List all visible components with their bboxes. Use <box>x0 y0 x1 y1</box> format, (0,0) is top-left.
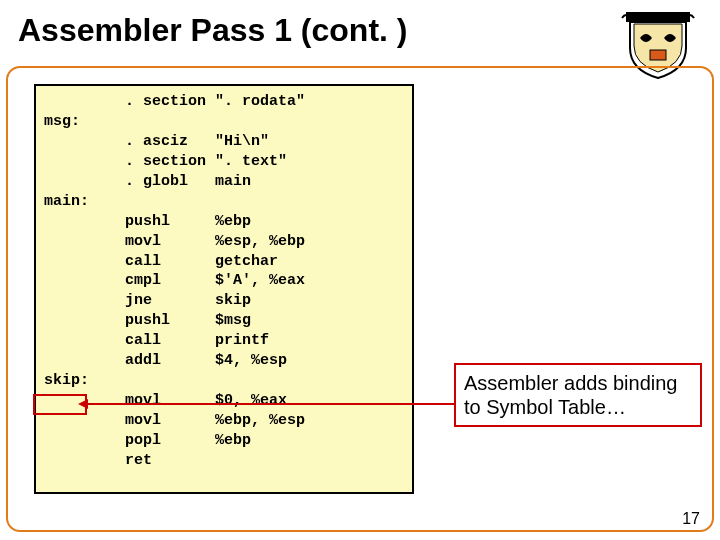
code-text: . section ". rodata" msg: . asciz "Hi\n"… <box>44 92 404 471</box>
annotation-arrow <box>86 403 454 405</box>
svg-rect-0 <box>626 12 690 22</box>
svg-rect-1 <box>650 50 666 60</box>
annotation-box: Assembler adds binding to Symbol Table… <box>454 363 702 427</box>
slide-title: Assembler Pass 1 (cont. ) <box>18 12 407 49</box>
slide: Assembler Pass 1 (cont. ) . section ". r… <box>0 0 720 540</box>
page-number: 17 <box>682 510 700 528</box>
code-listing: . section ". rodata" msg: . asciz "Hi\n"… <box>34 84 414 494</box>
